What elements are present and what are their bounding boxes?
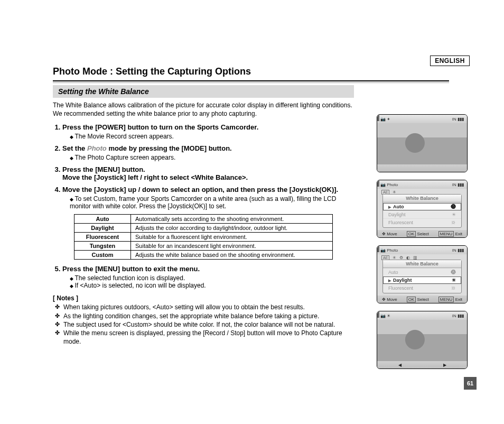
step-4: Move the [Joystick] up / down to select … [62,186,354,210]
screen-4-menu: White Balance Auto🅐 Daylight☀ Fluorescen… [382,260,462,293]
nav-left-icon: ◀ [398,363,402,367]
step-2-pre: Set the [62,144,87,152]
screen-2-topbar: 📷 ✦ IN ▮▮▮ [377,115,467,123]
tbl-auto-l: Auto [74,215,131,224]
step-4-sub: To set Custom, frame your Sports Camcord… [70,195,354,210]
auto-icon: 🅐 [451,204,456,209]
screen-5-badge: 5 [377,311,379,318]
screen-3-topbar: 📷 Photo IN ▮▮▮ [377,180,467,189]
page-rule [53,82,449,83]
intro-text: The White Balance allows calibration of … [53,101,354,118]
step-5-sub1: The selected function icon is displayed. [70,274,354,282]
step-3-line1: Press the [MENU] button. [62,165,145,173]
menu-row-fluorescent: Fluorescent⛭ [383,218,461,226]
step-2: Set the Photo mode by pressing the [MODE… [62,144,354,161]
tbl-auto-d: Automatically sets according to the shoo… [131,215,333,224]
step-2-post: mode by pressing the [MODE] button. [107,144,232,152]
notes-heading: [ Notes ] [53,294,354,302]
note-3: The subject used for <Custom> should be … [55,320,354,329]
screens-column: 2 📷 ✦ IN ▮▮▮ 3 📷 Photo IN ▮▮▮ AE ✳ Whit [377,114,470,376]
screen-3-bottombar: ✥ Move OK Select MENU Exit [377,230,467,237]
screen-3: 3 📷 Photo IN ▮▮▮ AE ✳ White Balance Auto… [377,180,468,238]
daylight-status-icon: ☀ [387,314,390,318]
note-2: As the lighting condition changes, set t… [55,312,354,320]
tbl-cus-d: Adjusts the white balance based on the s… [131,251,333,260]
step-1: Press the [POWER] button to turn on the … [62,123,354,140]
step-3-line2: Move the [Joystick] left / right to sele… [62,173,248,181]
notes-list: When taking pictures outdoors, <Auto> se… [53,303,354,346]
screen-3-badge: 3 [377,180,379,187]
screen-2-bottombar [377,164,467,172]
step-1-sub: The Movie Record screen appears. [70,133,354,140]
steps-list-2: Press the [MENU] button to exit the menu… [53,265,354,289]
steps-list: Press the [POWER] button to turn on the … [53,123,354,210]
screen-2-badge: 2 [377,114,379,121]
in-label: IN [452,117,456,122]
step-5-sub2: If <Auto> is selected, no icon will be d… [70,282,354,289]
note-4: While the menu screen is displayed, pres… [55,329,354,346]
tbl-tun-l: Tungsten [74,242,131,251]
nav-right-icon: ▶ [443,363,446,367]
screen-4-topbar: 📷 Photo IN ▮▮▮ [377,246,467,254]
screen-3-menu: White Balance Auto🅐 Daylight☀ Fluorescen… [382,194,462,228]
step-2-photo: Photo [87,144,107,152]
white-balance-table: AutoAutomatically sets according to the … [74,214,333,260]
tbl-cus-l: Custom [74,251,131,260]
page-number: 61 [464,377,477,390]
step-3: Press the [MENU] button. Move the [Joyst… [62,165,354,181]
step-1-text: Press the [POWER] button to turn on the … [62,123,258,131]
step-4-text: Move the [Joystick] up / down to select … [62,186,338,193]
screen-5: 5 📷 ☀ IN ▮▮▮ ◀ ▶ [377,311,468,369]
screen-5-topbar: 📷 ☀ IN ▮▮▮ [377,311,467,320]
menu-row-auto: Auto🅐 [383,202,461,210]
step-2-sub: The Photo Capture screen appears. [70,154,354,161]
screen-2: 2 📷 ✦ IN ▮▮▮ [377,114,468,172]
title-rule [53,80,449,81]
fluorescent-icon: ⛭ [451,220,456,225]
screen-2-photo [377,123,467,164]
menu-row-daylight: Daylight☀ [383,210,461,218]
menu-row-auto-2: Auto🅐 [383,268,461,276]
tbl-flu-d: Suitable for a fluorescent light environ… [131,233,333,242]
screen-5-photo [377,320,467,361]
tbl-day-d: Adjusts the color according to daylight/… [131,224,333,233]
sun-icon: ☀ [452,212,456,217]
menu-row-fluorescent-2: Fluorescent⛭ [383,284,461,292]
tbl-flu-l: Fluorescent [74,233,131,242]
sun-icon: ☀ [452,278,456,283]
note-1: When taking pictures outdoors, <Auto> se… [55,303,354,311]
photo-label: Photo [387,182,398,187]
tbl-day-l: Daylight [74,224,131,233]
screen-5-bottombar: ◀ ▶ [377,361,467,368]
step-5: Press the [MENU] button to exit the menu… [62,265,354,289]
page-title: Photo Mode : Setting the Capturing Optio… [53,66,472,77]
screen-4-badge: 4 [377,245,379,252]
section-heading: Setting the White Balance [53,85,354,98]
language-tag: ENGLISH [430,56,470,66]
menu-row-daylight-2: Daylight☀ [383,276,461,284]
menu-title: White Balance [383,195,461,202]
tbl-tun-d: Suitable for an incandescent light envir… [131,242,333,251]
screen-4-bottombar: ✥ Move OK Select MENU Exit [377,296,467,303]
step-5-text: Press the [MENU] button to exit the menu… [62,265,200,273]
camera-icon: 📷 ✦ [380,117,390,122]
screen-4: 4 📷 Photo IN ▮▮▮ AE ✳⚙◐▥ White Balance A… [377,245,468,303]
